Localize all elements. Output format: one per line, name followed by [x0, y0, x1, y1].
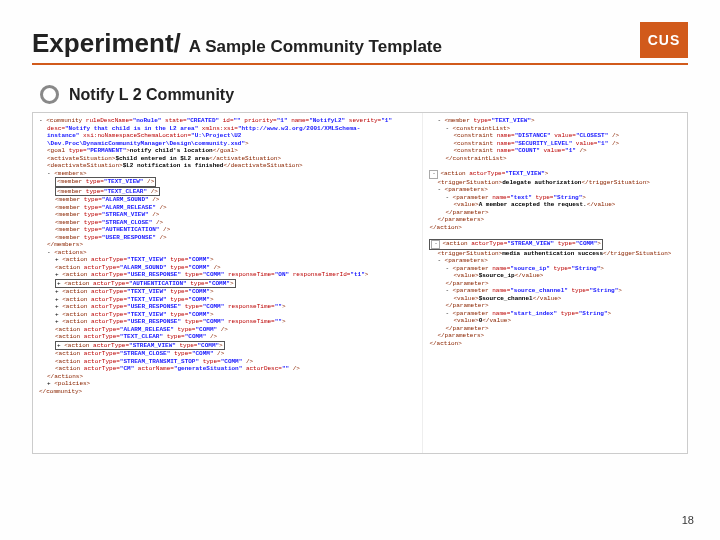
xml-line: <action actorType="STREAM_TRANSMIT_STOP"… — [39, 358, 416, 366]
xml-line: - <parameters> — [429, 257, 681, 265]
xml-line: </parameter> — [429, 302, 681, 310]
xml-line: </constraintList> — [429, 155, 681, 163]
xml-line: <constraint name="SECURITY_LEVEL" value=… — [429, 140, 681, 148]
xml-line: </parameter> — [429, 325, 681, 333]
xml-line: + <action actorType="AUTHENTICATION" typ… — [39, 279, 416, 289]
xml-line: <member type="AUTHENTICATION" /> — [39, 226, 416, 234]
xml-line: </action> — [429, 224, 681, 232]
xml-line: <member type="STREAM_VIEW" /> — [39, 211, 416, 219]
xml-line: </actions> — [39, 373, 416, 381]
xml-line: <value>A member accepted the request.</v… — [429, 201, 681, 209]
xml-line: <constraint name="COUNT" value="1" /> — [429, 147, 681, 155]
page-number: 18 — [682, 514, 694, 526]
xml-line: <member type="ALARM_RELEASE" /> — [39, 204, 416, 212]
xml-line: </community> — [39, 388, 416, 396]
xml-line: + <policies> — [39, 380, 416, 388]
xml-line: - <parameter name="text" type="String"> — [429, 194, 681, 202]
xml-line: - <actions> — [39, 249, 416, 257]
xml-line: </parameters> — [429, 216, 681, 224]
xml-line: \Dev.Proc\DynamicCommunityManager\Design… — [39, 140, 416, 148]
xml-line: <triggerSituation>media authentication s… — [429, 250, 681, 258]
xml-line: desc="Notify that child is in the L2 are… — [39, 125, 416, 133]
xml-line: -<action actorType="STREAM_VIEW" type="C… — [429, 239, 681, 250]
xml-viewer: - <community ruleDescName="noRule" state… — [32, 112, 688, 454]
xml-line: - <parameter name="start_index" type="St… — [429, 310, 681, 318]
xml-line: + <action actorType="TEXT_VIEW" type="CO… — [39, 288, 416, 296]
logo-badge: CUS — [640, 22, 688, 58]
xml-line: </members> — [39, 241, 416, 249]
title-main: Experiment/ — [32, 28, 181, 59]
xml-line: <member type="USER_RESPONSE" /> — [39, 234, 416, 242]
slide-header: CUS Experiment/ A Sample Community Templ… — [0, 0, 720, 71]
xml-line — [429, 231, 681, 239]
xml-line: <action actorType="TEXT_CLEAR" type="COM… — [39, 333, 416, 341]
xml-line: + <action actorType="STREAM_VIEW" type="… — [39, 341, 416, 351]
xml-line: - <constraintList> — [429, 125, 681, 133]
xml-line: <member type="TEXT_CLEAR" /> — [39, 187, 416, 197]
xml-line — [429, 162, 681, 170]
xml-right-column: - <member type="TEXT_VIEW">- <constraint… — [423, 113, 687, 453]
xml-line: + <action actorType="TEXT_VIEW" type="CO… — [39, 296, 416, 304]
xml-line: <value>0</value> — [429, 317, 681, 325]
xml-line: + <action actorType="TEXT_VIEW" type="CO… — [39, 311, 416, 319]
bullet-icon — [40, 85, 59, 104]
xml-line: <value>$source_ip</value> — [429, 272, 681, 280]
xml-line: <action actorType="CM" actorName="genera… — [39, 365, 416, 373]
xml-line: </parameters> — [429, 332, 681, 340]
xml-line: <action actorType="ALARM_RELEASE" type="… — [39, 326, 416, 334]
xml-line: -<action actorType="TEXT_VIEW"> — [429, 170, 681, 179]
bullet-text: Notify L 2 Community — [69, 86, 234, 104]
xml-line: + <action actorType="USER_RESPONSE" type… — [39, 318, 416, 326]
xml-line: <action actorType="STREAM_CLOSE" type="C… — [39, 350, 416, 358]
xml-line: instance" xsi:noNamespaceSchemaLocation=… — [39, 132, 416, 140]
xml-line: <value>$source_channel</value> — [429, 295, 681, 303]
bullet-row: Notify L 2 Community — [0, 71, 720, 112]
xml-line: - <parameters> — [429, 186, 681, 194]
xml-line: - <parameter name="source_ip" type="Stri… — [429, 265, 681, 273]
xml-left-column: - <community ruleDescName="noRule" state… — [33, 113, 423, 453]
xml-line: <action actorType="ALARM_SOUND" type="CO… — [39, 264, 416, 272]
xml-line: <deactivateSituation>$L2 notification is… — [39, 162, 416, 170]
xml-line: <activateSituation>$child entered in $L2… — [39, 155, 416, 163]
xml-line: <member type="TEXT_VIEW" /> — [39, 177, 416, 187]
xml-line: <constraint name="DISTANCE" value="CLOSE… — [429, 132, 681, 140]
xml-line: <goal type="PERMANENT">notify child's lo… — [39, 147, 416, 155]
xml-line: <member type="STREAM_CLOSE" /> — [39, 219, 416, 227]
xml-line: </parameter> — [429, 280, 681, 288]
xml-line: + <action actorType="USER_RESPONSE" type… — [39, 271, 416, 279]
title-sub: A Sample Community Template — [189, 37, 442, 57]
xml-line: </parameter> — [429, 209, 681, 217]
title-row: Experiment/ A Sample Community Template — [32, 28, 688, 65]
xml-line: + <action actorType="USER_RESPONSE" type… — [39, 303, 416, 311]
xml-line: - <member type="TEXT_VIEW"> — [429, 117, 681, 125]
xml-line: - <members> — [39, 170, 416, 178]
xml-line: <triggerSituation>delegate authorization… — [429, 179, 681, 187]
xml-line: <member type="ALARM_SOUND" /> — [39, 196, 416, 204]
xml-line: </action> — [429, 340, 681, 348]
xml-line: + <action actorType="TEXT_VIEW" type="CO… — [39, 256, 416, 264]
xml-line: - <parameter name="source_channel" type=… — [429, 287, 681, 295]
xml-line: - <community ruleDescName="noRule" state… — [39, 117, 416, 125]
